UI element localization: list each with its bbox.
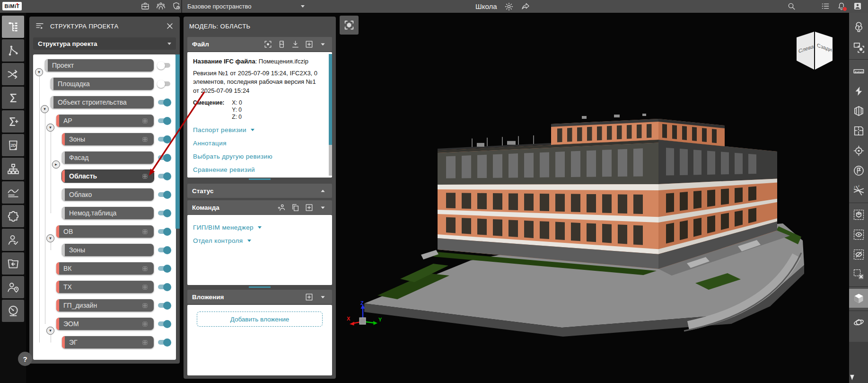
visibility-toggle[interactable]	[158, 137, 170, 142]
view-tool-ruler[interactable]	[849, 62, 868, 80]
view-tool-flag-circle[interactable]	[849, 161, 868, 180]
viewport-focus-button[interactable]	[340, 16, 359, 35]
visibility-toggle[interactable]	[158, 63, 170, 68]
visibility-toggle[interactable]	[158, 229, 170, 234]
search-icon[interactable]	[787, 1, 796, 11]
tool-user-approve[interactable]	[2, 229, 24, 251]
tree-item-ВК[interactable]: ВК	[56, 262, 154, 275]
visibility-toggle[interactable]	[158, 155, 170, 160]
caret-up-icon[interactable]	[318, 187, 327, 196]
tool-charts[interactable]	[2, 181, 24, 204]
view-tool-eye-dashed[interactable]	[849, 225, 868, 244]
tool-project-structure[interactable]	[2, 16, 24, 38]
shield-status-icon[interactable]	[172, 1, 181, 11]
view-tool-deselect-x[interactable]	[849, 265, 868, 284]
action-link[interactable]: Отдел контроля	[193, 237, 326, 244]
tool-dashboard[interactable]	[2, 300, 24, 322]
tree-item-Площадка[interactable]: Площадка	[51, 78, 154, 90]
plus-square-icon[interactable]	[305, 293, 314, 302]
action-link[interactable]: ГИП/BIM менеджер	[193, 224, 326, 231]
tree-item-Фасад[interactable]: Фасад	[62, 151, 154, 164]
tree-item-ТХ[interactable]: ТХ	[56, 281, 154, 293]
tree-item-Объект строительства[interactable]: Объект строительства	[51, 96, 154, 108]
caret-down-icon[interactable]	[318, 203, 327, 212]
view-tool-floor-plan[interactable]	[849, 121, 868, 140]
resize-handle[interactable]	[249, 286, 271, 288]
structure-view-selector[interactable]: Структура проекта	[33, 37, 176, 50]
plus-square-icon[interactable]	[305, 203, 314, 212]
gear-icon[interactable]	[504, 2, 514, 11]
add-attachment-button[interactable]: Добавить вложение	[197, 312, 323, 327]
tool-plugins[interactable]	[2, 205, 24, 227]
action-link[interactable]: Паспорт ревизии	[193, 126, 319, 134]
tool-hierarchy[interactable]	[2, 158, 24, 180]
visibility-toggle[interactable]	[158, 100, 170, 105]
tree-expander-down[interactable]: ▾	[41, 105, 49, 113]
tree-expander-down[interactable]: ▾	[46, 327, 54, 335]
help-button[interactable]: ?	[18, 352, 32, 366]
tree-expander-down[interactable]: ▾	[46, 234, 54, 242]
visibility-toggle[interactable]	[158, 321, 170, 326]
navigation-cube[interactable]: Слева Сзади	[786, 25, 836, 74]
tree-expander-down[interactable]: ▾	[35, 68, 43, 76]
action-link[interactable]: Аннотация	[193, 140, 319, 147]
action-link[interactable]: Сравнение ревизий	[193, 166, 319, 173]
download-icon[interactable]	[291, 40, 300, 49]
view-tool-section-cube[interactable]	[849, 101, 868, 120]
tool-relations[interactable]	[2, 39, 24, 62]
tree-item-АР[interactable]: АР	[56, 115, 154, 127]
doc-revision-icon[interactable]	[277, 40, 286, 49]
view-tool-axes-12[interactable]: 12	[849, 181, 868, 200]
view-tool-flash[interactable]	[849, 81, 868, 100]
view-tool-orbit-cube[interactable]	[849, 313, 868, 332]
tree-item-Немод.таблица[interactable]: Немод.таблица	[62, 207, 154, 219]
view-tool-eye-off-dashed[interactable]	[849, 245, 868, 264]
view-tool-select-object[interactable]	[849, 37, 868, 56]
tool-clash-check[interactable]	[2, 63, 24, 85]
profile-icon[interactable]	[853, 1, 862, 11]
tree-item-Облако[interactable]: Облако	[62, 188, 154, 201]
file-scroll-thumb[interactable]	[329, 54, 332, 145]
visibility-toggle[interactable]	[158, 211, 170, 215]
focus-brackets-icon[interactable]	[263, 40, 272, 49]
view-tool-solid-cube[interactable]	[849, 289, 868, 308]
tree-expander-right[interactable]: ▸	[52, 160, 60, 169]
tool-shared-folder[interactable]	[2, 252, 24, 275]
visibility-toggle[interactable]	[158, 303, 170, 308]
status-section-bar[interactable]: Статус	[187, 184, 332, 198]
viewport-3d[interactable]	[336, 13, 849, 383]
copy-icon[interactable]	[291, 203, 300, 212]
visibility-toggle[interactable]	[158, 118, 170, 123]
tool-user-location[interactable]	[2, 276, 24, 298]
resize-handle[interactable]	[249, 178, 271, 180]
tree-item-ЭОМ[interactable]: ЭОМ	[56, 318, 154, 330]
team-icon[interactable]	[156, 1, 166, 11]
visibility-toggle[interactable]	[158, 174, 170, 178]
visibility-toggle[interactable]	[158, 285, 170, 289]
tree-expander-down[interactable]: ▾	[46, 124, 54, 132]
notifications-icon[interactable]	[837, 1, 846, 11]
plus-square-icon[interactable]	[305, 40, 314, 49]
visibility-toggle[interactable]	[158, 192, 170, 197]
action-link[interactable]: Выбрать другую ревизию	[193, 153, 319, 160]
tool-sum-add[interactable]	[2, 110, 24, 133]
list-menu-icon[interactable]	[821, 1, 830, 11]
tool-sum[interactable]	[2, 87, 24, 109]
tool-docs-2d[interactable]: 2D	[2, 134, 24, 156]
structure-scrollbar[interactable]	[175, 54, 180, 229]
tree-item-Зоны[interactable]: Зоны	[62, 133, 154, 145]
tree-item-Зоны[interactable]: Зоны	[62, 244, 154, 256]
visibility-toggle[interactable]	[158, 248, 170, 252]
visibility-toggle[interactable]	[158, 340, 170, 345]
caret-down-icon[interactable]	[318, 293, 327, 302]
close-icon[interactable]	[166, 22, 174, 30]
app-logo[interactable]: BiMiT	[2, 2, 22, 10]
tree-item-ЭГ[interactable]: ЭГ	[62, 336, 154, 348]
visibility-toggle[interactable]	[158, 81, 170, 86]
workspace-selector[interactable]: Базовое пространство	[187, 0, 305, 13]
view-tool-cube-dashed[interactable]	[849, 205, 868, 224]
tree-item-Область[interactable]: Область	[62, 170, 154, 182]
share-icon[interactable]	[521, 2, 530, 11]
caret-down-icon[interactable]	[318, 40, 327, 49]
panel-menu-icon[interactable]	[35, 21, 44, 31]
